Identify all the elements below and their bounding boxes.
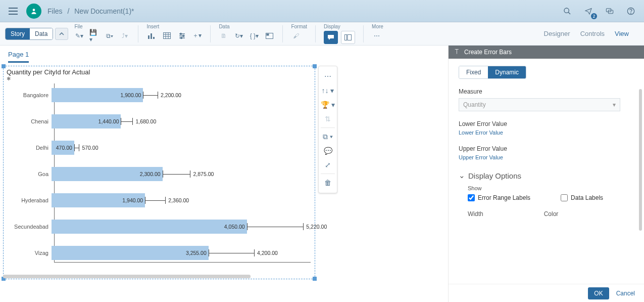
menu-icon[interactable]: [6, 4, 20, 18]
shell-bar: Files / New Document(1)* 2: [0, 0, 644, 22]
value-label: 4,050.00: [224, 224, 245, 230]
add-icon[interactable]: ＋▾: [192, 31, 202, 41]
controls-icon[interactable]: [177, 31, 187, 41]
ok-button[interactable]: OK: [588, 287, 609, 299]
chart-widget[interactable]: Quantity per CityId for Actual ✱ Bangalo…: [3, 66, 315, 279]
value-label: 3,255.00: [186, 250, 207, 256]
chevron-down-icon: ⌄: [459, 171, 465, 180]
collapse-toolbar-button[interactable]: [55, 28, 68, 40]
upper-error-label: 2,360.00: [168, 197, 189, 203]
chart-title: Quantity per CityId for Actual: [4, 66, 315, 76]
designer-link[interactable]: Designer: [544, 30, 570, 37]
error-bars-icon: ⟙: [455, 49, 459, 56]
chart-icon[interactable]: [146, 31, 157, 41]
chart-plot: Bangalore1,900.002,200.00Chenai1,440.001…: [4, 81, 315, 279]
chart-bar-row: Goa2,300.002,875.00: [4, 165, 311, 183]
cancel-button[interactable]: Cancel: [616, 290, 635, 297]
bar[interactable]: 470.00: [52, 141, 74, 155]
avatar[interactable]: [26, 4, 41, 19]
svg-rect-6: [148, 35, 150, 39]
show-label: Show: [468, 185, 634, 191]
layout-mode-icon[interactable]: [341, 31, 355, 44]
view-link[interactable]: View: [615, 30, 629, 37]
bar[interactable]: 3,255.00: [52, 246, 209, 260]
lower-error-link[interactable]: Lower Error Value: [459, 130, 503, 136]
breadcrumb-root[interactable]: Files: [47, 7, 63, 15]
link-data-icon[interactable]: 🗎: [219, 31, 229, 41]
share-icon[interactable]: ⤴▾: [120, 31, 130, 41]
category-label: Hyderabad: [4, 197, 52, 203]
svg-point-11: [182, 35, 184, 37]
error-type-toggle: Fixed Dynamic: [459, 66, 526, 79]
search-icon[interactable]: [560, 4, 574, 18]
svg-point-0: [33, 9, 35, 11]
notifications-icon[interactable]: 2: [581, 4, 596, 18]
dynamic-tab[interactable]: Dynamic: [488, 66, 526, 78]
upper-error-label: Upper Error Value: [459, 145, 634, 152]
save-icon[interactable]: 💾▾: [89, 31, 100, 41]
svg-rect-8: [153, 37, 155, 39]
comments-mode-icon[interactable]: [324, 31, 338, 44]
table-icon[interactable]: [162, 31, 172, 41]
bar[interactable]: 1,440.00: [52, 114, 121, 128]
chart-bar-row: Vizag3,255.004,200.00: [4, 244, 311, 262]
upper-error-label: 570.00: [82, 145, 98, 151]
panel-title: Create Error Bars: [464, 49, 512, 56]
error-range-labels-checkbox[interactable]: Error Range Labels: [468, 194, 530, 201]
notification-badge: 2: [591, 13, 597, 19]
story-tab[interactable]: Story: [6, 28, 30, 39]
more-icon[interactable]: ⋯: [372, 31, 382, 41]
ctx-sort-icon[interactable]: ↑↓ ▾: [319, 83, 337, 98]
help-icon[interactable]: [624, 4, 638, 18]
toolbar-data-group: Data 🗎 ↻▾ { }▾: [215, 24, 278, 44]
svg-rect-7: [151, 33, 152, 39]
chart-bar-row: Secundeabad4,050.005,220.00: [4, 218, 311, 235]
ctx-comment-icon[interactable]: 💬: [319, 144, 337, 158]
data-labels-checkbox[interactable]: Data Labels: [561, 194, 603, 201]
discuss-icon[interactable]: [603, 4, 617, 18]
ctx-delete-icon[interactable]: 🗑: [319, 176, 337, 190]
svg-rect-16: [348, 34, 352, 40]
toolbar-format-group: Format 🖌: [287, 24, 311, 44]
ctx-more-icon[interactable]: ⋯: [319, 69, 337, 83]
ctx-variance-icon[interactable]: ⇅: [319, 112, 337, 126]
copy-icon[interactable]: ⧉▾: [105, 31, 115, 41]
svg-point-5: [631, 13, 631, 13]
svg-point-1: [564, 8, 569, 13]
chart-settings-icon[interactable]: ✱: [4, 76, 315, 81]
fixed-tab[interactable]: Fixed: [459, 66, 488, 78]
controls-link[interactable]: Controls: [580, 30, 605, 37]
horizontal-scrollbar[interactable]: [3, 275, 251, 278]
explorer-icon[interactable]: [264, 31, 274, 41]
bar[interactable]: 1,900.00: [52, 88, 143, 102]
width-label: Width: [468, 210, 483, 218]
chart-bar-row: Chenai1,440.001,680.00: [4, 113, 311, 130]
lower-error-label: Lower Error Value: [459, 120, 634, 127]
upper-error-link[interactable]: Upper Error Value: [459, 154, 503, 160]
value-label: 1,440.00: [98, 118, 119, 124]
svg-rect-14: [267, 34, 269, 35]
data-tab[interactable]: Data: [30, 28, 53, 39]
format-paint-icon[interactable]: 🖌: [291, 31, 301, 41]
chart-bar-row: Bangalore1,900.002,200.00: [4, 87, 311, 104]
category-label: Chenai: [4, 118, 52, 124]
widget-context-toolbar: ⋯ ↑↓ ▾ 🏆 ▾ ⇅ ⧉ ▾ 💬 ⤢ 🗑: [318, 66, 337, 193]
category-label: Vizag: [4, 250, 52, 256]
formula-icon[interactable]: { }▾: [249, 31, 259, 41]
bar[interactable]: 2,300.00: [52, 167, 163, 181]
ctx-fullscreen-icon[interactable]: ⤢: [319, 158, 337, 172]
panel-scrollbar[interactable]: [639, 89, 642, 231]
ctx-rank-icon[interactable]: 🏆 ▾: [319, 98, 337, 112]
measure-select[interactable]: Quantity ▾: [459, 98, 620, 111]
refresh-icon[interactable]: ↻▾: [234, 31, 244, 41]
bar[interactable]: 4,050.00: [52, 220, 247, 234]
breadcrumb-current: New Document(1)*: [74, 7, 134, 15]
category-label: Goa: [4, 171, 52, 177]
edit-icon[interactable]: ✎▾: [74, 31, 84, 41]
ctx-copy-icon[interactable]: ⧉ ▾: [319, 130, 337, 144]
page-tab-1[interactable]: Page 1: [8, 51, 29, 63]
toolbar-insert-group: Insert ＋▾: [142, 24, 206, 44]
bar[interactable]: 1,940.00: [52, 193, 145, 207]
display-options-section[interactable]: ⌄ Display Options: [459, 171, 634, 180]
color-label: Color: [544, 210, 559, 218]
